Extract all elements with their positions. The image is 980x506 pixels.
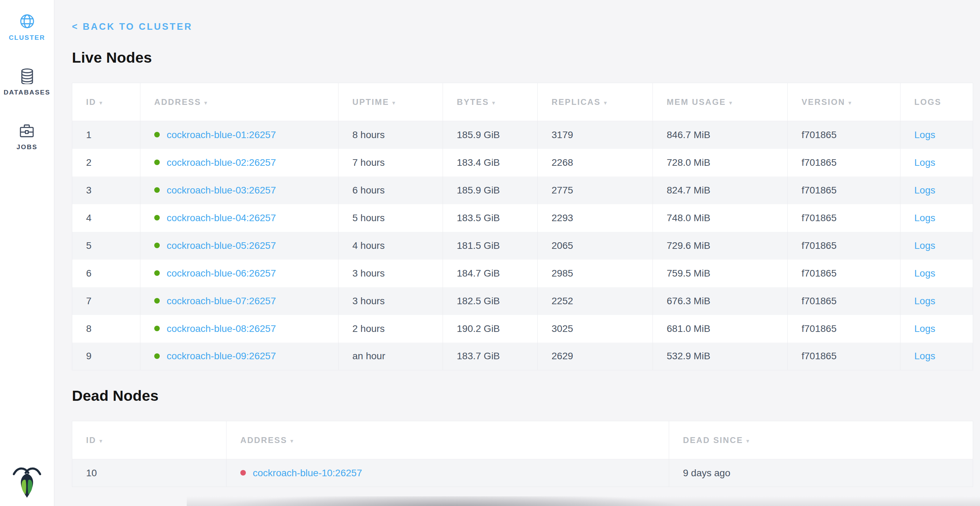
- sort-arrow-icon: ▾: [848, 100, 852, 106]
- column-label: LOGS: [914, 97, 941, 107]
- column-label: ADDRESS: [154, 97, 201, 107]
- column-header-uptime[interactable]: UPTIME▾: [339, 83, 443, 121]
- live-node-row: 2 cockroach-blue-02:26257 7 hours 183.4 …: [72, 149, 973, 177]
- node-uptime-cell: 8 hours: [339, 121, 443, 149]
- node-replicas-cell: 2065: [538, 232, 653, 260]
- column-header-mem-usage[interactable]: MEM USAGE▾: [653, 83, 788, 121]
- node-logs-cell: Logs: [900, 232, 973, 260]
- node-id-cell: 10: [72, 459, 226, 487]
- column-label: ID: [86, 436, 96, 445]
- node-bytes-cell: 185.9 GiB: [443, 177, 538, 204]
- node-version-cell: f701865: [788, 343, 900, 370]
- column-header-bytes[interactable]: BYTES▾: [443, 83, 538, 121]
- node-replicas-cell: 3179: [538, 121, 653, 149]
- node-logs-cell: Logs: [900, 204, 973, 232]
- sort-arrow-icon: ▾: [746, 438, 750, 444]
- logs-link[interactable]: Logs: [914, 157, 935, 168]
- node-address-link[interactable]: cockroach-blue-05:26257: [167, 240, 276, 251]
- node-version-cell: f701865: [788, 121, 900, 149]
- node-logs-cell: Logs: [900, 149, 973, 177]
- sidebar-item-label: CLUSTER: [9, 34, 45, 42]
- node-address-cell: cockroach-blue-06:26257: [140, 260, 339, 287]
- live-status-dot-icon: [154, 160, 160, 165]
- back-to-cluster-link[interactable]: < BACK TO CLUSTER: [72, 21, 192, 32]
- node-bytes-cell: 181.5 GiB: [443, 232, 538, 260]
- node-bytes-cell: 185.9 GiB: [443, 121, 538, 149]
- column-header-address[interactable]: ADDRESS▾: [226, 421, 669, 459]
- column-header-version[interactable]: VERSION▾: [788, 83, 900, 121]
- logs-link[interactable]: Logs: [914, 323, 935, 334]
- column-header-id[interactable]: ID▾: [72, 421, 226, 459]
- column-header-dead-since[interactable]: DEAD SINCE▾: [669, 421, 973, 459]
- node-address-cell: cockroach-blue-07:26257: [140, 287, 339, 315]
- page-bottom-shadow: [187, 496, 980, 506]
- node-uptime-cell: 7 hours: [339, 149, 443, 177]
- column-header-replicas[interactable]: REPLICAS▾: [538, 83, 653, 121]
- node-address-cell: cockroach-blue-08:26257: [140, 315, 339, 343]
- node-address-link[interactable]: cockroach-blue-06:26257: [167, 268, 276, 279]
- node-replicas-cell: 2252: [538, 287, 653, 315]
- node-uptime-cell: 2 hours: [339, 315, 443, 343]
- node-address-link[interactable]: cockroach-blue-02:26257: [167, 157, 276, 168]
- node-mem-usage-cell: 676.3 MiB: [653, 287, 788, 315]
- node-id-cell: 3: [72, 177, 140, 204]
- node-uptime-cell: 5 hours: [339, 204, 443, 232]
- node-replicas-cell: 2268: [538, 149, 653, 177]
- node-address-link[interactable]: cockroach-blue-07:26257: [167, 295, 276, 306]
- node-bytes-cell: 183.5 GiB: [443, 204, 538, 232]
- column-header-address[interactable]: ADDRESS▾: [140, 83, 339, 121]
- logs-link[interactable]: Logs: [914, 185, 935, 196]
- column-label: ID: [86, 97, 96, 107]
- sort-arrow-icon: ▾: [604, 100, 608, 106]
- database-icon: [19, 68, 35, 84]
- node-address-cell: cockroach-blue-01:26257: [140, 121, 339, 149]
- main-content: < BACK TO CLUSTER Live Nodes ID▾ ADDRESS…: [72, 0, 973, 487]
- column-label: BYTES: [457, 97, 489, 107]
- node-address-cell: cockroach-blue-10:26257: [226, 459, 669, 487]
- node-address-link[interactable]: cockroach-blue-01:26257: [167, 129, 276, 140]
- logs-link[interactable]: Logs: [914, 212, 935, 223]
- logs-link[interactable]: Logs: [914, 240, 935, 251]
- node-uptime-cell: an hour: [339, 343, 443, 370]
- node-replicas-cell: 2293: [538, 204, 653, 232]
- node-dead-since-cell: 9 days ago: [669, 459, 973, 487]
- logs-link[interactable]: Logs: [914, 129, 935, 140]
- node-address-link[interactable]: cockroach-blue-03:26257: [167, 185, 276, 196]
- node-version-cell: f701865: [788, 232, 900, 260]
- node-version-cell: f701865: [788, 204, 900, 232]
- node-uptime-cell: 4 hours: [339, 232, 443, 260]
- node-address-link[interactable]: cockroach-blue-09:26257: [167, 351, 276, 361]
- node-address-link[interactable]: cockroach-blue-10:26257: [253, 468, 362, 478]
- node-mem-usage-cell: 824.7 MiB: [653, 177, 788, 204]
- node-mem-usage-cell: 759.5 MiB: [653, 260, 788, 287]
- node-version-cell: f701865: [788, 260, 900, 287]
- node-uptime-cell: 3 hours: [339, 287, 443, 315]
- node-address-cell: cockroach-blue-04:26257: [140, 204, 339, 232]
- column-label: DEAD SINCE: [683, 436, 743, 445]
- column-label: VERSION: [802, 97, 845, 107]
- node-id-cell: 5: [72, 232, 140, 260]
- column-label: MEM USAGE: [667, 97, 726, 107]
- sidebar-item-cluster[interactable]: CLUSTER: [9, 13, 45, 42]
- column-header-id[interactable]: ID▾: [72, 83, 140, 121]
- node-address-link[interactable]: cockroach-blue-04:26257: [167, 212, 276, 223]
- column-label: REPLICAS: [552, 97, 601, 107]
- dead-nodes-table: ID▾ ADDRESS▾ DEAD SINCE▾ 10 cockroach-bl…: [72, 421, 973, 487]
- node-logs-cell: Logs: [900, 287, 973, 315]
- logs-link[interactable]: Logs: [914, 295, 935, 306]
- globe-icon: [19, 13, 35, 29]
- node-address-link[interactable]: cockroach-blue-08:26257: [167, 323, 276, 334]
- live-nodes-header-row: ID▾ ADDRESS▾ UPTIME▾ BYTES▾ REPLICAS▾ ME…: [72, 83, 973, 121]
- column-header-logs: LOGS: [900, 83, 973, 121]
- sidebar-item-databases[interactable]: DATABASES: [3, 68, 50, 96]
- logs-link[interactable]: Logs: [914, 268, 935, 279]
- sidebar-item-jobs[interactable]: JOBS: [17, 123, 38, 151]
- node-id-cell: 2: [72, 149, 140, 177]
- sidebar-item-label: JOBS: [17, 143, 38, 151]
- sort-arrow-icon: ▾: [291, 438, 294, 444]
- sort-arrow-icon: ▾: [99, 100, 103, 106]
- node-address-cell: cockroach-blue-09:26257: [140, 343, 339, 370]
- logs-link[interactable]: Logs: [914, 351, 935, 361]
- node-bytes-cell: 184.7 GiB: [443, 260, 538, 287]
- sort-arrow-icon: ▾: [99, 438, 103, 444]
